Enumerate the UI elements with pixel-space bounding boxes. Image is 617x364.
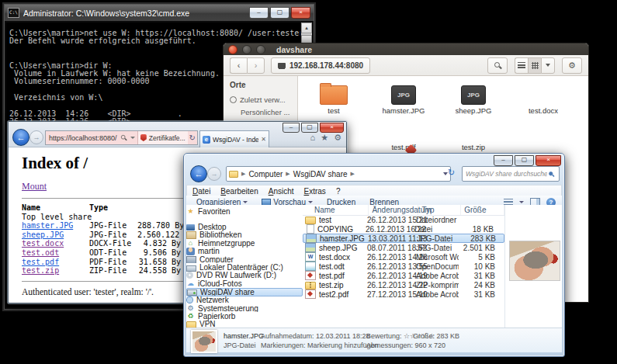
file-item[interactable]: test — [299, 79, 369, 115]
column-header[interactable]: Größe — [461, 205, 504, 215]
back-button[interactable]: ← — [12, 129, 29, 146]
file-row[interactable]: sheep.JPG 08.07.2011 18:52 JPG-Datei 2.5… — [303, 243, 504, 252]
back-button[interactable]: ‹ — [230, 57, 247, 74]
refresh-icon[interactable]: ↻ — [448, 168, 455, 178]
breadcrumb-item-share[interactable]: WsgiDAV share — [293, 170, 348, 179]
back-button[interactable]: ← — [190, 165, 207, 182]
sidebar-item[interactable]: Bibliotheken — [186, 231, 303, 239]
file-row[interactable]: test.pdf 26.12.2013 14:19 Adobe Acrobat … — [303, 271, 504, 280]
forward-button[interactable]: › — [247, 57, 265, 74]
file-link[interactable]: test.docx — [22, 239, 64, 248]
sidebar-item[interactable]: ★ Favoriten — [186, 207, 303, 215]
menu-item[interactable]: Datei — [192, 187, 210, 196]
nautilus-titlebar[interactable]: davshare — [224, 43, 588, 55]
location-breadcrumb[interactable]: 192.168.178.44:8080 — [271, 57, 370, 74]
file-link[interactable]: test.pdf — [22, 258, 59, 266]
mount-link[interactable]: Mount — [22, 181, 47, 192]
cmd-maximize-button[interactable]: ▢ — [270, 7, 289, 19]
cmd-minimize-button[interactable]: – — [249, 7, 269, 19]
cmd-titlebar[interactable]: C:\ Administrator: C:\Windows\system32\c… — [5, 5, 314, 21]
address-bar[interactable]: https://localhost:8080/ Zertifikatfe... … — [45, 130, 198, 145]
sidebar-item[interactable]: Netzwerk — [186, 296, 303, 304]
file-item[interactable]: sheep.JPG — [438, 79, 508, 115]
sidebar-item-label: Bibliotheken — [199, 231, 241, 239]
tools-gear-icon[interactable]: ⚙ — [334, 133, 341, 142]
file-row[interactable]: test2.pdf 27.12.2013 15:10 Adobe Acrobat… — [303, 289, 504, 299]
chevron-down-icon[interactable] — [130, 137, 135, 139]
chevron-down-icon[interactable] — [519, 201, 524, 203]
menu-item[interactable]: ? — [336, 187, 341, 196]
file-row[interactable]: test.docx 26.12.2013 14:26 Microsoft Wor… — [303, 252, 504, 262]
file-link[interactable]: test.zip — [22, 266, 59, 275]
file-link[interactable]: test.odt — [22, 248, 59, 257]
nautilus-maximize-button[interactable] — [256, 45, 265, 54]
sidebar-item[interactable]: ☁ iCloud-Fotos — [186, 279, 303, 287]
nautilus-window-title: davshare — [276, 45, 312, 54]
certificate-error-badge[interactable]: Zertifikatfe... — [137, 131, 188, 144]
file-row[interactable]: hamster.JPG 13.03.2011 11:13 JPG-Datei 2… — [303, 234, 504, 243]
ie-close-button[interactable]: × — [320, 123, 344, 133]
file-row[interactable]: test.zip 26.12.2013 14:22 ZIP-komprimier… — [303, 280, 504, 289]
grid-view-button[interactable] — [528, 57, 541, 74]
file-item[interactable]: test.zip — [438, 116, 508, 151]
desktop: C:\ Administrator: C:\Windows\system32\c… — [0, 0, 617, 364]
search-button[interactable] — [487, 57, 508, 74]
file-row[interactable]: test 26.12.2013 15:21 Dateiordner — [303, 215, 504, 224]
menu-item[interactable]: Ansicht — [269, 187, 294, 196]
sidebar-item[interactable]: Lokaler Datenträger (C:) — [186, 263, 303, 271]
url-text[interactable]: https://localhost:8080/ — [46, 134, 120, 142]
forward-button[interactable]: → — [29, 130, 43, 144]
sidebar-item[interactable]: Desktop — [186, 223, 303, 231]
sidebar-item[interactable]: DVD RW Laufwerk (D:) — [186, 272, 303, 279]
sidebar-item[interactable]: martin — [186, 248, 303, 255]
favorites-star-icon[interactable]: ★ — [321, 133, 328, 142]
scroll-up-icon[interactable]: ▴ — [301, 23, 312, 33]
menu-item[interactable]: Extras — [304, 187, 326, 196]
file-type: PDF-File — [89, 258, 137, 267]
sidebar-item[interactable]: ⚙ Systemsteuerung — [186, 304, 303, 312]
breadcrumb-item-computer[interactable]: Computer — [248, 170, 283, 179]
cmd-close-button[interactable]: × — [291, 7, 310, 19]
chevron-right-icon: ▶ — [351, 171, 355, 177]
file-icon — [305, 289, 316, 299]
menu-item[interactable]: Bearbeiten — [220, 187, 258, 196]
list-view-button[interactable] — [515, 57, 528, 74]
file-link[interactable]: hamster.JPG — [22, 221, 73, 230]
nautilus-close-button[interactable] — [228, 45, 237, 54]
sidebar-place-item[interactable]: Persönlicher ... — [224, 106, 297, 118]
forward-button[interactable]: → — [207, 167, 221, 181]
file-name: test2.pdf — [319, 290, 367, 299]
sidebar-item[interactable]: Computer — [186, 255, 303, 263]
ie-minimize-button[interactable]: – — [283, 123, 300, 133]
sidebar-place-item[interactable]: Zuletzt verw... — [224, 93, 297, 106]
file-date: 26.12.2013 16:22 — [366, 225, 414, 234]
home-icon[interactable]: ⌂ — [310, 133, 316, 142]
column-header[interactable]: Name — [303, 205, 369, 215]
file-item[interactable]: test.pdf — [369, 116, 438, 151]
details-tags[interactable]: Markierungen: Markierung hinzufügen — [261, 341, 379, 349]
settings-button[interactable]: ⚙ — [562, 57, 582, 74]
nautilus-minimize-button[interactable] — [242, 45, 251, 54]
tab-close-icon[interactable]: ✕ — [261, 136, 266, 143]
column-header[interactable]: Typ — [418, 205, 461, 215]
column-header[interactable]: Änderungsdatum — [369, 205, 418, 215]
ie-maximize-button[interactable]: ▢ — [301, 123, 318, 133]
file-item[interactable]: test.docx — [508, 79, 578, 115]
breadcrumb[interactable]: ▶ Computer ▶ WsgiDAV share ▶ — [226, 166, 451, 182]
browser-tab[interactable]: e WsgiDAV - Index of / ✕ — [199, 130, 269, 147]
details-pane: hamster.JPG JPG-Datei Aufnahmedatum: 12.… — [186, 328, 562, 352]
file-link[interactable]: sheep.JPG — [22, 231, 64, 239]
search-box[interactable]: WsgiDAV share durchsuchen — [462, 166, 560, 182]
sidebar-item[interactable]: WsgiDAV share — [186, 288, 303, 296]
sidebar-item-label: Desktop — [198, 223, 227, 231]
explorer-address-row: ← → ▶ Computer ▶ WsgiDAV share ▶ ↻ WsgiD… — [184, 165, 564, 183]
sidebar-item-icon: ♻ — [186, 312, 195, 320]
sidebar-item[interactable]: VPN — [186, 321, 303, 328]
file-item[interactable]: hamster.JPG — [369, 79, 438, 115]
refresh-icon[interactable]: ↻ — [189, 133, 196, 142]
sidebar-item[interactable]: ⌂ Heimnetzgruppe — [186, 239, 303, 247]
sidebar-item[interactable]: ♻ Papierkorb — [186, 312, 303, 320]
file-row[interactable]: test.odt 26.12.2013 13:55 OpenDocument T… — [303, 262, 504, 271]
view-options-dropdown[interactable] — [541, 57, 555, 74]
file-row[interactable]: COPYING 26.12.2013 16:22 Datei 18 KB — [303, 224, 504, 234]
